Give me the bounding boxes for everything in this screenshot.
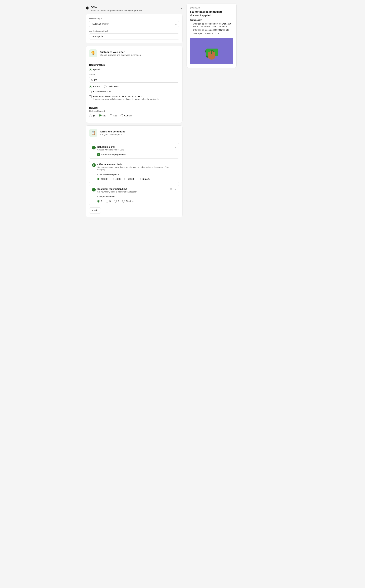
reward-15-option[interactable]: $15: [110, 114, 117, 117]
customer-delete-icon[interactable]: 🗑: [169, 188, 172, 191]
reward-10-option[interactable]: $10: [99, 114, 106, 117]
redemption-desc: Set maximum number of times this offer c…: [97, 166, 174, 171]
customer-5-option[interactable]: 5: [114, 200, 119, 203]
svg-rect-8: [208, 52, 210, 55]
offer-title: Offer: [91, 6, 143, 9]
customer-custom-option[interactable]: Custom: [122, 200, 134, 203]
offer-collapse-icon[interactable]: ⌄: [180, 6, 182, 10]
application-method-label: Application method: [89, 30, 179, 32]
customize-subtitle: Choose a reward and qualifying purchases: [99, 54, 140, 56]
offer-subtitle: Incentive to encourage customers to try …: [91, 9, 143, 12]
reward-title: Reward: [89, 106, 179, 109]
redemption-body: Limit total redemptions 10000 15000 2: [89, 173, 179, 183]
customer-body: Limit per customer 1 3 5: [89, 195, 179, 205]
summary-illustration: $: [190, 38, 233, 64]
alcohol-checkbox[interactable]: Allow alcohol items to contribute to min…: [89, 95, 179, 100]
redemption-custom-option[interactable]: Custom: [138, 178, 150, 180]
alcohol-sublabel: If checked, reward will also apply to al…: [93, 98, 159, 100]
dollar-sign: $: [91, 78, 93, 81]
spend-input[interactable]: [94, 78, 177, 81]
basket-radio-option[interactable]: Basket: [89, 85, 100, 88]
scheduling-badge: 1: [92, 146, 96, 150]
spend-label: Spend: [89, 73, 179, 76]
alcohol-label: Allow alcohol items to contribute to min…: [93, 95, 159, 98]
requirements-spend-option[interactable]: Spend: [89, 68, 99, 71]
basket-radio-group: Basket Collections: [89, 85, 179, 88]
summary-card: SUMMARY $10 off basket. Immediate discou…: [187, 3, 237, 68]
redemption-10000-option[interactable]: 10000: [97, 178, 107, 180]
customer-chevron-icon[interactable]: ⌄: [174, 188, 176, 191]
customer-3-option[interactable]: 3: [106, 200, 111, 203]
scheduling-chevron-icon[interactable]: ⌄: [174, 146, 176, 148]
customer-limit-label: Limit per customer: [97, 195, 176, 198]
same-campaign-label: Same as campaign dates: [101, 153, 126, 156]
summary-term-2: Offer can be redeemed 10000 times total: [193, 29, 233, 32]
summary-title: $10 off basket. Immediate discount appli…: [190, 10, 233, 17]
collections-radio-option[interactable]: Collections: [104, 85, 119, 88]
scheduling-body: Same as campaign dates: [89, 153, 179, 158]
discount-type-card: Discount type Dollar off basket ⌄ Applic…: [86, 14, 182, 43]
customer-title: Customer redemption limit: [97, 188, 137, 190]
scheduling-title: Scheduling limit: [97, 146, 124, 148]
customer-desc: Set how many times a customer can redeem: [97, 191, 137, 193]
summary-terms-title: Terms apply: [190, 19, 233, 21]
diamond-icon: [86, 6, 89, 10]
customer-radio-group: 1 3 5 Custom: [97, 200, 176, 203]
customer-limit-section: 3 Customer redemption limit Set how many…: [89, 185, 179, 205]
summary-label: SUMMARY: [190, 7, 233, 9]
terms-subtitle: Add your own fine print: [99, 133, 125, 136]
redemption-radio-group: 10000 15000 20000 Custom: [97, 178, 176, 180]
spend-input-wrapper: $: [89, 77, 179, 82]
discount-type-select[interactable]: Dollar off basket: [89, 21, 179, 27]
customer-limit-header: 3 Customer redemption limit Set how many…: [89, 185, 179, 195]
redemption-badge: 2: [92, 163, 96, 167]
redemption-15000-option[interactable]: 15000: [111, 178, 121, 180]
summary-term-1: Offer can be redeemed from today at 12:0…: [193, 22, 233, 28]
discount-type-label: Discount type: [89, 17, 179, 20]
redemption-title: Offer redemption limit: [97, 163, 174, 166]
redemption-limit-section: 2 Offer redemption limit Set maximum num…: [89, 161, 179, 183]
application-method-select[interactable]: Auto apply: [89, 33, 179, 40]
redemption-20000-option[interactable]: 20000: [124, 178, 134, 180]
customize-icon: 🏆: [89, 49, 97, 57]
customer-badge: 3: [92, 188, 96, 191]
same-campaign-checkbox[interactable]: Same as campaign dates: [97, 153, 176, 156]
reward-5-option[interactable]: $5: [89, 114, 96, 117]
svg-rect-9: [210, 51, 211, 55]
svg-rect-11: [213, 52, 215, 55]
scheduling-limit-section: 1 Scheduling limit Choose when the offer…: [89, 143, 179, 159]
summary-sidebar: SUMMARY $10 off basket. Immediate discou…: [187, 3, 237, 220]
scheduling-desc: Choose when the offer is valid: [97, 149, 124, 151]
redemption-chevron-icon[interactable]: ⌄: [174, 163, 176, 166]
requirements-title: Requirements: [89, 64, 179, 66]
svg-rect-0: [86, 6, 89, 10]
terms-icon: 📋: [89, 129, 97, 137]
terms-title: Terms and conditions: [99, 130, 125, 133]
redemption-limit-header: 2 Offer redemption limit Set maximum num…: [89, 161, 179, 173]
customer-1-option[interactable]: 1: [97, 200, 102, 203]
requirements-radio-group: Spend: [89, 68, 179, 71]
offer-header: Offer Incentive to encourage customers t…: [86, 3, 182, 14]
exclude-collections-checkbox[interactable]: Exclude collections: [89, 90, 179, 93]
summary-term-3: Limit 1 per customer account: [193, 32, 233, 35]
reward-radio-group: $5 $10 $15 Custom: [89, 114, 179, 117]
redemption-limit-label: Limit total redemptions: [97, 173, 176, 176]
customize-title: Customize your offer: [99, 51, 140, 53]
scheduling-limit-header: 1 Scheduling limit Choose when the offer…: [89, 143, 179, 153]
customize-card: 🏆 Customize your offer Choose a reward a…: [86, 46, 182, 123]
reward-custom-option[interactable]: Custom: [120, 114, 132, 117]
svg-rect-10: [212, 51, 213, 55]
summary-terms-list: Offer can be redeemed from today at 12:0…: [190, 22, 233, 35]
terms-card: 📋 Terms and conditions Add your own fine…: [86, 125, 182, 217]
reward-subtitle: Dollar off basket: [89, 110, 179, 112]
add-button[interactable]: + Add: [89, 207, 101, 214]
